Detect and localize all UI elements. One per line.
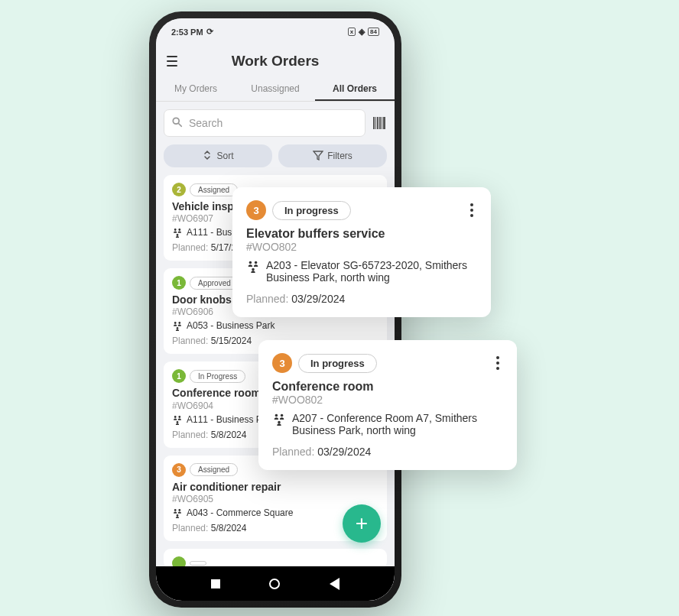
search-placeholder: Search [189,117,223,129]
tabs: My Orders Unassigned All Orders [156,77,395,102]
priority-badge: 2 [172,183,186,196]
back-button[interactable] [330,578,340,590]
priority-badge: 3 [172,463,186,477]
planned-date: 5/8/2024 [211,430,247,440]
work-order-popout[interactable]: 3 In progress Conference room #WOO802 A2… [258,340,517,470]
work-order-popout[interactable]: 3 In progress Elevator buffers service #… [232,187,491,317]
status-chip: In progress [298,354,377,373]
page-title: Work Orders [232,53,320,70]
tab-unassigned[interactable]: Unassigned [236,77,315,101]
search-icon [172,117,183,130]
status-chip: Assigned [190,183,238,196]
controls: Search Sort Filters [156,102,395,167]
planned-label: Planned: [272,446,314,458]
status-chip: In Progress [190,370,245,383]
sort-button[interactable]: Sort [164,144,272,167]
status-bar: 2:53 PM ⟳ x ◈ 84 [156,18,395,45]
status-chip: In progress [272,201,351,220]
android-nav-bar [156,566,395,601]
location-text: A207 - Conference Room A7, Smithers Busi… [292,412,503,436]
work-order-id: #WOO802 [272,394,503,406]
priority-badge: 3 [272,353,292,373]
work-order-title: Conference room [272,380,503,394]
vowifi-icon: x [348,28,356,36]
work-order-id: #WOO802 [246,241,477,253]
more-button[interactable] [466,199,477,221]
planned-date: 03/29/2024 [317,446,371,458]
work-order-title: Air conditioner repair [172,480,378,494]
wifi-icon: ◈ [359,27,365,37]
more-button[interactable] [492,352,503,374]
header: Work Orders [156,45,395,77]
location-text: A053 - Business Park [187,320,275,331]
work-order-title: Elevator buffers service [246,227,477,241]
asset-icon [172,414,183,427]
asset-icon [172,507,183,520]
home-button[interactable] [269,579,280,589]
priority-badge: 1 [172,369,186,383]
planned-label: Planned: [172,430,208,440]
planned-date: 5/15/2024 [211,336,252,346]
planned-label: Planned: [172,336,208,346]
planned-label: Planned: [172,242,208,253]
asset-icon [172,320,183,333]
asset-icon [246,259,260,275]
sort-label: Sort [216,151,233,161]
search-input[interactable]: Search [164,109,365,137]
planned-label: Planned: [172,523,208,533]
tab-all-orders[interactable]: All Orders [315,77,395,101]
asset-icon [272,412,286,428]
planned-date: 5/8/2024 [211,523,247,533]
status-time: 2:53 PM [171,28,203,37]
add-button[interactable]: + [343,504,381,543]
tab-my-orders[interactable]: My Orders [156,77,236,101]
asset-icon [172,227,183,240]
planned-date: 03/29/2024 [291,293,345,305]
filter-button[interactable]: Filters [278,144,387,167]
menu-button[interactable] [164,53,180,70]
location-text: A043 - Commerce Square [187,507,293,518]
sync-icon: ⟳ [206,27,213,37]
location-text: A203 - Elevator SG-65723-2020, Smithers … [266,259,477,284]
priority-badge: 3 [246,200,266,220]
work-order-id: #WO6905 [172,494,378,504]
barcode-button[interactable] [372,115,387,131]
priority-badge: 1 [172,276,186,290]
planned-label: Planned: [246,293,288,305]
filter-icon [313,150,323,163]
battery-icon: 84 [368,28,379,36]
sort-icon [202,150,213,163]
status-chip: Assigned [190,463,238,476]
plus-icon: + [356,511,368,536]
work-order-card[interactable] [164,549,387,569]
recents-button[interactable] [211,579,220,588]
status-chip [190,561,206,566]
filter-label: Filters [327,151,352,161]
